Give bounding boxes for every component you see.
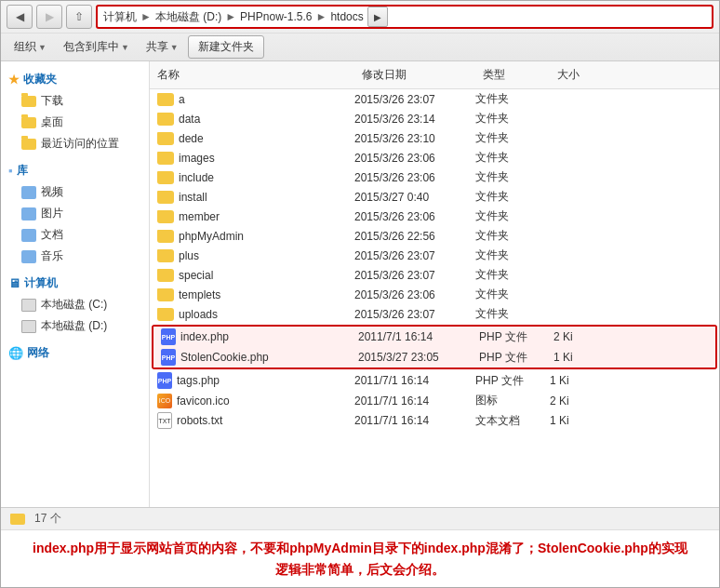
- network-section: 🌐 网络: [1, 342, 149, 364]
- folder-icon: [157, 152, 174, 165]
- column-name[interactable]: 名称: [150, 65, 354, 85]
- folder-icon: [21, 139, 36, 150]
- include-arrow: ▼: [121, 43, 129, 52]
- annotation-text: index.php用于显示网站首页的内容，不要和phpMyAdmin目录下的in…: [1, 529, 719, 587]
- status-count: 17 个: [34, 511, 61, 527]
- sidebar-item-download[interactable]: 下载: [1, 90, 149, 112]
- folder-icon: [157, 132, 174, 145]
- table-row[interactable]: phpMyAdmin 2015/3/26 22:56 文件夹: [150, 226, 719, 246]
- breadcrumb-htdocs[interactable]: htdocs: [330, 10, 363, 23]
- table-row[interactable]: special 2015/3/26 23:07 文件夹: [150, 265, 719, 285]
- file-date-cell: 2015/3/26 23:07: [354, 269, 475, 282]
- table-row[interactable]: PHP tags.php 2011/7/1 16:14 PHP 文件 1 Ki: [150, 370, 719, 391]
- php-file-icon: PHP: [161, 328, 176, 345]
- table-row[interactable]: uploads 2015/3/26 23:07 文件夹: [150, 304, 719, 324]
- favorites-header[interactable]: ★ 收藏夹: [1, 69, 149, 90]
- file-type-cell: 文件夹: [475, 287, 550, 302]
- php-file-icon: PHP: [157, 372, 172, 389]
- table-row[interactable]: a 2015/3/26 23:07 文件夹: [150, 89, 719, 109]
- file-date-cell: 2011/7/1 16:14: [354, 394, 475, 408]
- up-button[interactable]: ⇧: [66, 5, 92, 29]
- column-size[interactable]: 大小: [550, 65, 606, 85]
- folder-icon: [21, 117, 36, 128]
- file-size-cell: 2 Ki: [550, 394, 606, 408]
- file-date-cell: 2015/3/26 23:07: [354, 93, 475, 106]
- ico-file-icon: ICO: [157, 394, 172, 408]
- file-date-cell: 2015/3/26 23:06: [354, 171, 475, 184]
- share-menu[interactable]: 共享 ▼: [139, 36, 186, 58]
- share-arrow: ▼: [170, 43, 179, 52]
- status-bar: 17 个: [1, 507, 719, 529]
- file-date-cell: 2015/3/26 23:06: [354, 152, 475, 165]
- back-button[interactable]: ◀: [7, 5, 33, 29]
- file-type-cell: 文件夹: [475, 111, 550, 127]
- computer-header[interactable]: 🖥 计算机: [1, 273, 149, 294]
- table-row[interactable]: data 2015/3/26 23:14 文件夹: [150, 109, 719, 128]
- file-type-cell: PHP 文件: [479, 329, 553, 345]
- table-row[interactable]: PHP StolenCookie.php 2015/3/27 23:05 PHP…: [153, 347, 715, 368]
- network-icon: 🌐: [8, 346, 23, 360]
- table-row[interactable]: images 2015/3/26 23:06 文件夹: [150, 148, 719, 167]
- sidebar-item-drive-d[interactable]: 本地磁盘 (D:): [1, 315, 149, 337]
- sidebar-item-video[interactable]: 视频: [1, 181, 149, 203]
- breadcrumb-drive[interactable]: 本地磁盘 (D:): [155, 9, 221, 25]
- file-date-cell: 2015/3/26 23:10: [354, 132, 475, 145]
- table-row[interactable]: member 2015/3/26 23:06 文件夹: [150, 207, 719, 226]
- sidebar-item-recent[interactable]: 最近访问的位置: [1, 133, 149, 154]
- table-row[interactable]: ICO favicon.ico 2011/7/1 16:14 图标 2 Ki: [150, 391, 719, 410]
- sidebar-item-desktop[interactable]: 桌面: [1, 112, 149, 133]
- breadcrumb-computer[interactable]: 计算机: [103, 9, 137, 25]
- folder-icon: [157, 230, 174, 243]
- table-row[interactable]: templets 2015/3/26 23:06 文件夹: [150, 285, 719, 304]
- file-type-cell: 文件夹: [475, 189, 550, 205]
- folder-icon: [157, 210, 174, 223]
- highlighted-rows-container: PHP index.php 2011/7/1 16:14 PHP 文件 2 Ki…: [152, 325, 717, 369]
- file-date-cell: 2015/3/27 23:05: [358, 351, 479, 364]
- table-row[interactable]: PHP index.php 2011/7/1 16:14 PHP 文件 2 Ki: [153, 327, 715, 347]
- file-type-cell: 文件夹: [475, 91, 550, 107]
- table-row[interactable]: TXT robots.txt 2011/7/1 16:14 文本文档 1 Ki: [150, 410, 719, 431]
- sidebar-item-documents[interactable]: 文档: [1, 224, 149, 246]
- file-type-cell: 文件夹: [475, 169, 550, 185]
- music-icon: [21, 250, 36, 263]
- file-size-cell: 1 Ki: [550, 414, 606, 427]
- library-section: ▪ 库 视频 图片 文档 音乐: [1, 160, 149, 267]
- column-modified[interactable]: 修改日期: [354, 65, 475, 85]
- explorer-window: ◀ ▶ ⇧ 计算机 ► 本地磁盘 (D:) ► PHPnow-1.5.6 ► h…: [0, 0, 720, 588]
- sidebar-item-pictures[interactable]: 图片: [1, 203, 149, 224]
- table-row[interactable]: include 2015/3/26 23:06 文件夹: [150, 167, 719, 187]
- new-folder-button[interactable]: 新建文件夹: [188, 35, 264, 59]
- table-row[interactable]: dede 2015/3/26 23:10 文件夹: [150, 128, 719, 148]
- pictures-icon: [21, 207, 36, 220]
- file-list: 名称 修改日期 类型 大小 a 2015/3/26 23:07 文件夹 data…: [150, 61, 719, 507]
- drive-c-icon: [21, 299, 36, 312]
- include-library-menu[interactable]: 包含到库中 ▼: [56, 36, 137, 58]
- sidebar-item-music[interactable]: 音乐: [1, 246, 149, 267]
- forward-button[interactable]: ▶: [36, 5, 62, 29]
- address-bar[interactable]: 计算机 ► 本地磁盘 (D:) ► PHPnow-1.5.6 ► htdocs …: [96, 5, 713, 29]
- network-header[interactable]: 🌐 网络: [1, 342, 149, 364]
- file-type-cell: 文件夹: [475, 130, 550, 146]
- file-size-cell: 1 Ki: [550, 374, 606, 387]
- file-name-cell: data: [150, 113, 354, 126]
- file-type-cell: PHP 文件: [475, 373, 550, 389]
- breadcrumb-phpnow[interactable]: PHPnow-1.5.6: [240, 10, 312, 23]
- table-row[interactable]: install 2015/3/27 0:40 文件夹: [150, 187, 719, 207]
- video-icon: [21, 186, 36, 199]
- sidebar-item-drive-c[interactable]: 本地磁盘 (C:): [1, 294, 149, 315]
- folder-rows: a 2015/3/26 23:07 文件夹 data 2015/3/26 23:…: [150, 89, 719, 324]
- table-row[interactable]: plus 2015/3/26 23:07 文件夹: [150, 246, 719, 265]
- file-name-cell: member: [150, 210, 354, 223]
- file-type-cell: 文件夹: [475, 228, 550, 244]
- content-area: ★ 收藏夹 下载 桌面 最近访问的位置 ▪: [1, 61, 719, 507]
- file-date-cell: 2015/3/26 23:07: [354, 308, 475, 321]
- file-type-cell: 文本文档: [475, 413, 550, 429]
- library-header[interactable]: ▪ 库: [1, 160, 149, 181]
- file-name-cell: uploads: [150, 308, 354, 321]
- computer-icon: 🖥: [8, 276, 20, 290]
- organize-menu[interactable]: 组织 ▼: [7, 36, 54, 58]
- go-button[interactable]: ▶: [367, 7, 388, 27]
- drive-d-icon: [21, 320, 36, 333]
- column-type[interactable]: 类型: [475, 65, 550, 85]
- file-date-cell: 2015/3/26 23:07: [354, 249, 475, 262]
